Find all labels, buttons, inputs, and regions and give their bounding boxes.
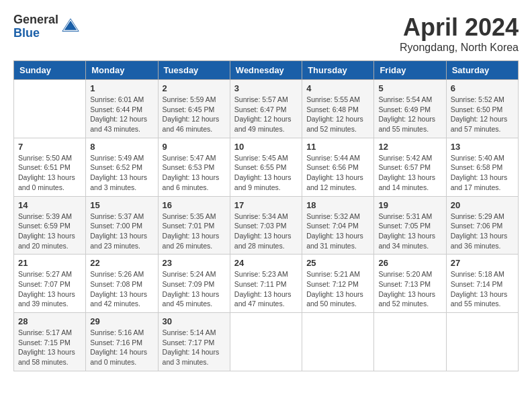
calendar-cell: 23Sunrise: 5:24 AM Sunset: 7:09 PM Dayli… (158, 255, 230, 313)
day-number: 26 (378, 258, 441, 268)
logo: General Blue (13, 13, 80, 40)
day-info: Sunrise: 5:26 AM Sunset: 7:08 PM Dayligh… (90, 269, 153, 309)
day-number: 4 (306, 83, 369, 93)
day-number: 24 (234, 258, 298, 268)
calendar-cell: 16Sunrise: 5:35 AM Sunset: 7:01 PM Dayli… (158, 196, 230, 255)
calendar-cell: 13Sunrise: 5:40 AM Sunset: 6:58 PM Dayli… (446, 138, 518, 196)
day-info: Sunrise: 5:37 AM Sunset: 7:00 PM Dayligh… (90, 212, 153, 251)
calendar-cell: 26Sunrise: 5:20 AM Sunset: 7:13 PM Dayli… (374, 255, 446, 313)
calendar-cell: 22Sunrise: 5:26 AM Sunset: 7:08 PM Dayli… (86, 255, 158, 313)
day-info: Sunrise: 5:55 AM Sunset: 6:48 PM Dayligh… (306, 95, 369, 134)
day-info: Sunrise: 5:44 AM Sunset: 6:56 PM Dayligh… (306, 153, 369, 193)
day-number: 16 (163, 200, 226, 210)
calendar-table: SundayMondayTuesdayWednesdayThursdayFrid… (13, 60, 519, 371)
week-row-2: 7Sunrise: 5:50 AM Sunset: 6:51 PM Daylig… (14, 138, 519, 196)
day-info: Sunrise: 5:49 AM Sunset: 6:52 PM Dayligh… (90, 153, 153, 193)
day-header-sunday: Sunday (14, 61, 86, 80)
day-info: Sunrise: 5:32 AM Sunset: 7:04 PM Dayligh… (306, 212, 369, 251)
day-info: Sunrise: 5:14 AM Sunset: 7:17 PM Dayligh… (163, 328, 226, 367)
day-number: 7 (18, 142, 81, 152)
calendar-cell: 17Sunrise: 5:34 AM Sunset: 7:03 PM Dayli… (230, 196, 302, 255)
day-info: Sunrise: 5:23 AM Sunset: 7:11 PM Dayligh… (234, 269, 298, 309)
day-number: 10 (234, 142, 298, 152)
calendar-cell: 29Sunrise: 5:16 AM Sunset: 7:16 PM Dayli… (86, 313, 158, 371)
calendar-cell: 18Sunrise: 5:32 AM Sunset: 7:04 PM Dayli… (302, 196, 374, 255)
day-number: 15 (90, 200, 153, 210)
calendar-cell (230, 313, 302, 371)
calendar-cell: 10Sunrise: 5:45 AM Sunset: 6:55 PM Dayli… (230, 138, 302, 196)
calendar-cell: 21Sunrise: 5:27 AM Sunset: 7:07 PM Dayli… (14, 255, 86, 313)
day-number: 22 (90, 258, 153, 268)
calendar-cell: 2Sunrise: 5:59 AM Sunset: 6:45 PM Daylig… (158, 80, 230, 138)
day-number: 14 (18, 200, 81, 210)
day-info: Sunrise: 5:18 AM Sunset: 7:14 PM Dayligh… (451, 269, 514, 309)
day-number: 13 (451, 142, 514, 152)
day-info: Sunrise: 5:50 AM Sunset: 6:51 PM Dayligh… (18, 153, 81, 193)
day-number: 5 (378, 83, 441, 93)
calendar-cell: 3Sunrise: 5:57 AM Sunset: 6:47 PM Daylig… (230, 80, 302, 138)
day-info: Sunrise: 5:16 AM Sunset: 7:16 PM Dayligh… (90, 328, 153, 367)
calendar-cell: 8Sunrise: 5:49 AM Sunset: 6:52 PM Daylig… (86, 138, 158, 196)
day-number: 1 (90, 83, 153, 93)
week-row-3: 14Sunrise: 5:39 AM Sunset: 6:59 PM Dayli… (14, 196, 519, 255)
day-info: Sunrise: 5:17 AM Sunset: 7:15 PM Dayligh… (18, 328, 81, 367)
day-info: Sunrise: 5:27 AM Sunset: 7:07 PM Dayligh… (18, 269, 81, 309)
day-number: 27 (451, 258, 514, 268)
day-number: 20 (451, 200, 514, 210)
week-row-4: 21Sunrise: 5:27 AM Sunset: 7:07 PM Dayli… (14, 255, 519, 313)
day-info: Sunrise: 5:31 AM Sunset: 7:05 PM Dayligh… (378, 212, 441, 251)
day-info: Sunrise: 5:57 AM Sunset: 6:47 PM Dayligh… (234, 95, 298, 134)
calendar-cell: 6Sunrise: 5:52 AM Sunset: 6:50 PM Daylig… (446, 80, 518, 138)
calendar-cell (14, 80, 86, 138)
calendar-cell: 5Sunrise: 5:54 AM Sunset: 6:49 PM Daylig… (374, 80, 446, 138)
calendar-cell: 28Sunrise: 5:17 AM Sunset: 7:15 PM Dayli… (14, 313, 86, 371)
calendar-cell: 25Sunrise: 5:21 AM Sunset: 7:12 PM Dayli… (302, 255, 374, 313)
calendar-cell: 11Sunrise: 5:44 AM Sunset: 6:56 PM Dayli… (302, 138, 374, 196)
day-number: 11 (306, 142, 369, 152)
day-header-friday: Friday (374, 61, 446, 80)
day-header-saturday: Saturday (446, 61, 518, 80)
day-info: Sunrise: 5:47 AM Sunset: 6:53 PM Dayligh… (163, 153, 226, 193)
day-number: 19 (378, 200, 441, 210)
week-row-5: 28Sunrise: 5:17 AM Sunset: 7:15 PM Dayli… (14, 313, 519, 371)
day-number: 3 (234, 83, 298, 93)
calendar-header-row: SundayMondayTuesdayWednesdayThursdayFrid… (14, 61, 519, 80)
day-info: Sunrise: 5:59 AM Sunset: 6:45 PM Dayligh… (163, 95, 226, 134)
calendar-cell (374, 313, 446, 371)
location-subtitle: Ryongdang, North Korea (400, 42, 519, 54)
day-info: Sunrise: 5:35 AM Sunset: 7:01 PM Dayligh… (163, 212, 226, 251)
day-number: 30 (163, 316, 226, 326)
day-header-wednesday: Wednesday (230, 61, 302, 80)
logo-general: General (13, 13, 58, 27)
day-info: Sunrise: 5:21 AM Sunset: 7:12 PM Dayligh… (306, 269, 369, 309)
day-info: Sunrise: 6:01 AM Sunset: 6:44 PM Dayligh… (90, 95, 153, 134)
calendar-cell: 30Sunrise: 5:14 AM Sunset: 7:17 PM Dayli… (158, 313, 230, 371)
day-header-thursday: Thursday (302, 61, 374, 80)
calendar-cell: 15Sunrise: 5:37 AM Sunset: 7:00 PM Dayli… (86, 196, 158, 255)
day-info: Sunrise: 5:29 AM Sunset: 7:06 PM Dayligh… (451, 212, 514, 251)
calendar-cell: 1Sunrise: 6:01 AM Sunset: 6:44 PM Daylig… (86, 80, 158, 138)
day-info: Sunrise: 5:20 AM Sunset: 7:13 PM Dayligh… (378, 269, 441, 309)
day-info: Sunrise: 5:42 AM Sunset: 6:57 PM Dayligh… (378, 153, 441, 193)
day-number: 29 (90, 316, 153, 326)
calendar-cell: 7Sunrise: 5:50 AM Sunset: 6:51 PM Daylig… (14, 138, 86, 196)
day-number: 18 (306, 200, 369, 210)
day-number: 25 (306, 258, 369, 268)
calendar-cell (446, 313, 518, 371)
title-block: April 2024 Ryongdang, North Korea (400, 13, 519, 54)
day-info: Sunrise: 5:39 AM Sunset: 6:59 PM Dayligh… (18, 212, 81, 251)
day-number: 8 (90, 142, 153, 152)
day-number: 12 (378, 142, 441, 152)
day-info: Sunrise: 5:54 AM Sunset: 6:49 PM Dayligh… (378, 95, 441, 134)
week-row-1: 1Sunrise: 6:01 AM Sunset: 6:44 PM Daylig… (14, 80, 519, 138)
logo-icon (61, 17, 80, 36)
day-number: 9 (163, 142, 226, 152)
day-info: Sunrise: 5:45 AM Sunset: 6:55 PM Dayligh… (234, 153, 298, 193)
calendar-cell: 20Sunrise: 5:29 AM Sunset: 7:06 PM Dayli… (446, 196, 518, 255)
day-header-monday: Monday (86, 61, 158, 80)
calendar-cell: 14Sunrise: 5:39 AM Sunset: 6:59 PM Dayli… (14, 196, 86, 255)
day-number: 2 (163, 83, 226, 93)
calendar-cell: 12Sunrise: 5:42 AM Sunset: 6:57 PM Dayli… (374, 138, 446, 196)
calendar-cell: 19Sunrise: 5:31 AM Sunset: 7:05 PM Dayli… (374, 196, 446, 255)
day-info: Sunrise: 5:40 AM Sunset: 6:58 PM Dayligh… (451, 153, 514, 193)
